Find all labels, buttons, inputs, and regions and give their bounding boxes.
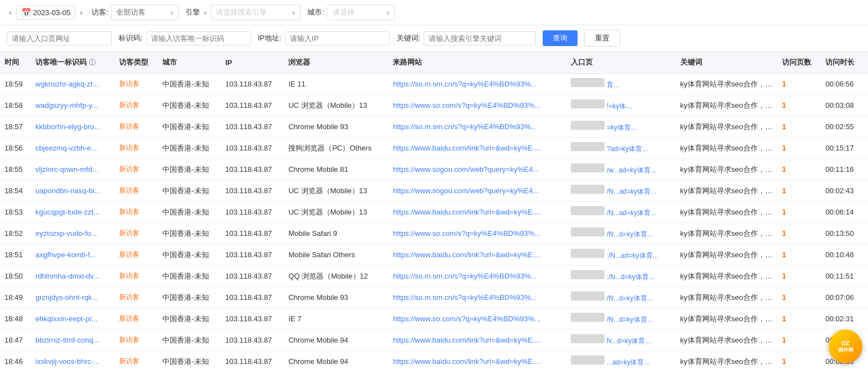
cell-page-count: 1 bbox=[778, 138, 821, 159]
cell-duration: 00:06:56 bbox=[821, 74, 868, 95]
cell-entry-page[interactable]: !=ky体... bbox=[566, 95, 676, 116]
date-navigation: ‹ 📅 2023-03-05 › bbox=[7, 5, 85, 20]
cell-referrer[interactable]: https://www.so.com/s?q=ky%E4%BD%93%... bbox=[388, 308, 566, 330]
cell-keyword: ky体育网站寻求seo合作，报销线... bbox=[676, 159, 778, 180]
cell-entry-page[interactable]: 育... bbox=[566, 74, 676, 95]
city-select[interactable]: 请选择 ∨ bbox=[328, 4, 395, 20]
cell-entry-page[interactable]: /w...ad=ky体育... bbox=[566, 159, 676, 180]
cell-visitor-type: 新访客 bbox=[115, 223, 158, 244]
tag-input[interactable] bbox=[146, 31, 251, 45]
cell-visitor-id[interactable]: wgknszhr-agkq-zt... bbox=[31, 74, 115, 95]
cell-referrer[interactable]: https://so.m.sm.cn/s?q=ky%E4%BD%93%... bbox=[388, 116, 566, 138]
dz-badge-top: DZ bbox=[842, 340, 850, 347]
referrer-filter-group: 引擎 ∨ 请选择搜索引擎 ∨ bbox=[185, 4, 301, 20]
cell-ip: 103.118.43.87 bbox=[221, 287, 284, 308]
cell-browser: 搜狗浏览器（PC）Others bbox=[284, 138, 388, 159]
cell-referrer[interactable]: https://so.m.sm.cn/s?q=ky%E4%BD%93%... bbox=[388, 74, 566, 95]
cell-visitor-type: 新访客 bbox=[115, 116, 158, 138]
cell-duration: 00:02:31 bbox=[821, 308, 868, 330]
cell-referrer[interactable]: https://www.baidu.com/link?url=&wd=ky%E.… bbox=[388, 330, 566, 351]
cell-entry-page[interactable]: /N...d=ky体育... bbox=[566, 223, 676, 244]
calendar-icon: 📅 bbox=[21, 8, 31, 17]
cell-keyword: ky体育网站寻求seo合作，报销线... bbox=[676, 223, 778, 244]
cell-visitor-id[interactable]: cbjeezmq-vzbh-e... bbox=[31, 138, 115, 159]
table-row: 18:56cbjeezmq-vzbh-e...新访客中国香港-未知103.118… bbox=[0, 138, 868, 159]
cell-browser: Chrome Mobile 93 bbox=[284, 287, 388, 308]
cell-page-count: 1 bbox=[778, 287, 821, 308]
col-entry-page: 入口页 bbox=[566, 52, 676, 74]
cell-referrer[interactable]: https://so.m.sm.cn/s?q=ky%E4%BD%93%... bbox=[388, 287, 566, 308]
cell-referrer[interactable]: https://so.m.sm.cn/s?q=ky%E4%BD%93%... bbox=[388, 266, 566, 287]
cell-visitor-id[interactable]: eyztozxp-vudo-fo... bbox=[31, 223, 115, 244]
cell-visitor-id[interactable]: ehkqlxxm-eept-pr... bbox=[31, 308, 115, 330]
cell-visitor-id[interactable]: grznjdys-ohnt-rqk... bbox=[31, 287, 115, 308]
cell-browser: Chrome Mobile 94 bbox=[284, 351, 388, 370]
date-display: 📅 2023-03-05 bbox=[16, 5, 76, 20]
col-referrer: 来路网站 bbox=[388, 52, 566, 74]
cell-browser: Mobile Safari Others bbox=[284, 244, 388, 266]
cell-time: 18:54 bbox=[0, 180, 31, 202]
help-icon[interactable]: ⓘ bbox=[89, 58, 96, 66]
city-placeholder: 请选择 bbox=[333, 7, 355, 17]
cell-visitor-id[interactable]: kkbborhn-elyg-bro... bbox=[31, 116, 115, 138]
city-filter-group: 城市: 请选择 ∨ bbox=[307, 4, 395, 20]
table-row: 18:48ehkqlxxm-eept-pr...新访客中国香港-未知103.11… bbox=[0, 308, 868, 330]
cell-visitor-id[interactable]: kgucqpgt-tude-zzt... bbox=[31, 202, 115, 223]
prev-date-button[interactable]: ‹ bbox=[7, 7, 14, 18]
cell-visitor-id[interactable]: wadgszyy-mhfp-y... bbox=[31, 95, 115, 116]
ip-input[interactable] bbox=[285, 31, 390, 45]
reset-button[interactable]: 重置 bbox=[584, 30, 620, 47]
cell-referrer[interactable]: https://www.sogou.com/web?query=ky%E4... bbox=[388, 159, 566, 180]
cell-visitor-id[interactable]: bbzlrniz-tlmf-conq... bbox=[31, 330, 115, 351]
keyword-input[interactable] bbox=[424, 31, 536, 45]
cell-referrer[interactable]: https://www.baidu.com/link?url=&wd=ky%E.… bbox=[388, 138, 566, 159]
dz-badge-bottom: 插件网 bbox=[838, 347, 853, 354]
cell-referrer[interactable]: https://www.sogou.com/web?query=ky%E4... bbox=[388, 180, 566, 202]
cell-keyword: ky体育网站寻求seo合作，报销线... bbox=[676, 244, 778, 266]
cell-entry-page[interactable]: /N...d=ky体育... bbox=[566, 287, 676, 308]
cell-visitor-type: 新访客 bbox=[115, 180, 158, 202]
cell-visitor-id[interactable]: uapondbn-nasq-bi... bbox=[31, 180, 115, 202]
cell-entry-page[interactable]: =ky体育... bbox=[566, 116, 676, 138]
cell-keyword: ky体育网站寻求seo合作，报销线... bbox=[676, 308, 778, 330]
cell-referrer[interactable]: https://www.so.com/s?q=ky%E4%BD%93%... bbox=[388, 95, 566, 116]
cell-entry-page[interactable]: N...d=ky体育... bbox=[566, 330, 676, 351]
entry-page-input[interactable] bbox=[7, 31, 112, 45]
cell-referrer[interactable]: https://www.baidu.com/link?url=&wd=ky%E.… bbox=[388, 202, 566, 223]
keyword-input-group: 关键词: bbox=[397, 31, 537, 45]
referrer-select[interactable]: 请选择搜索引擎 ∨ bbox=[211, 4, 301, 20]
visitor-selected-value: 全部访客 bbox=[116, 7, 146, 17]
cell-entry-page[interactable]: :/N...d=ky体育... bbox=[566, 266, 676, 287]
cell-duration: 00:07:06 bbox=[821, 287, 868, 308]
next-date-button[interactable]: › bbox=[78, 7, 85, 18]
cell-time: 18:53 bbox=[0, 202, 31, 223]
table-row: 18:50rdhlnmha-dmxi-dv...新访客中国香港-未知103.11… bbox=[0, 266, 868, 287]
cell-duration: 00:02:43 bbox=[821, 180, 868, 202]
cell-entry-page[interactable]: /N...ad=ky体育... bbox=[566, 202, 676, 223]
cell-entry-page[interactable]: ?ad=ky体育... bbox=[566, 138, 676, 159]
cell-entry-page[interactable]: /N...d=ky体育... bbox=[566, 308, 676, 330]
cell-page-count: 1 bbox=[778, 308, 821, 330]
cell-keyword: ky体育网站寻求seo合作，报销线... bbox=[676, 180, 778, 202]
cell-entry-page[interactable]: :/N...ad=ky体育... bbox=[566, 244, 676, 266]
cell-visitor-type: 新访客 bbox=[115, 330, 158, 351]
cell-visitor-id[interactable]: vljzinrc-qnwn-mfd... bbox=[31, 159, 115, 180]
cell-city: 中国香港-未知 bbox=[158, 202, 221, 223]
cell-visitor-id[interactable]: ixskvjij-voos-bhrc-... bbox=[31, 351, 115, 370]
visitor-select[interactable]: 全部访客 ∨ bbox=[111, 4, 179, 20]
cell-ip: 103.118.43.87 bbox=[221, 308, 284, 330]
cell-city: 中国香港-未知 bbox=[158, 180, 221, 202]
cell-entry-page[interactable]: /N...ad=ky体育... bbox=[566, 180, 676, 202]
cell-visitor-id[interactable]: rdhlnmha-dmxi-dv... bbox=[31, 266, 115, 287]
cell-referrer[interactable]: https://www.baidu.com/link?url=&wd=ky%E.… bbox=[388, 351, 566, 370]
dz-plugin-badge[interactable]: DZ 插件网 bbox=[829, 330, 862, 363]
referrer-label: 引擎 bbox=[185, 7, 200, 17]
cell-referrer[interactable]: https://www.so.com/s?q=ky%E4%BD%93%... bbox=[388, 223, 566, 244]
cell-visitor-id[interactable]: axgfhvpe-komb-f... bbox=[31, 244, 115, 266]
cell-city: 中国香港-未知 bbox=[158, 223, 221, 244]
cell-referrer[interactable]: https://www.baidu.com/link?url=&wd=ky%E.… bbox=[388, 244, 566, 266]
cell-browser: IE 11 bbox=[284, 74, 388, 95]
cell-entry-page[interactable]: ...ad=ky体育... bbox=[566, 351, 676, 370]
col-visitor-type: 访客类型 bbox=[115, 52, 158, 74]
query-button[interactable]: 查询 bbox=[543, 30, 578, 46]
